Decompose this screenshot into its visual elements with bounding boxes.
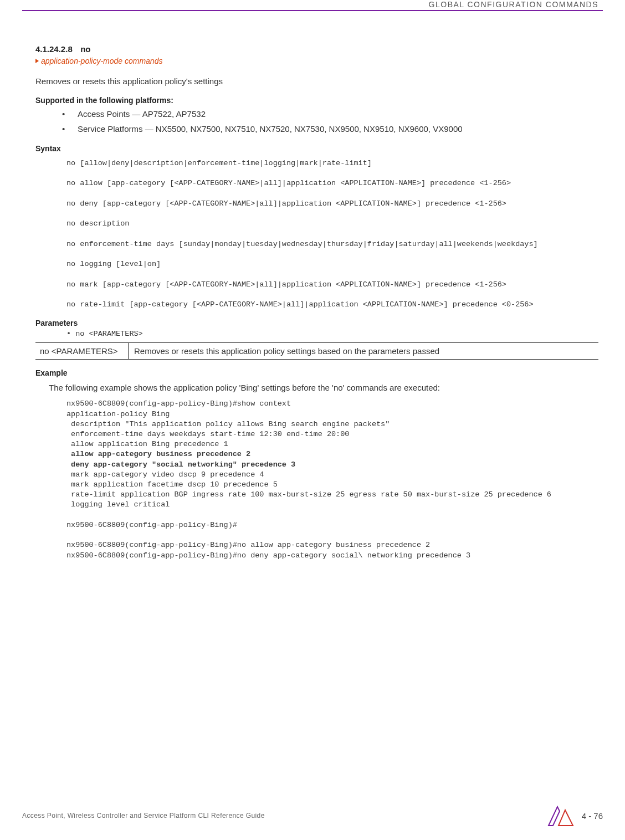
example-intro: The following example shows the applicat… bbox=[49, 382, 598, 393]
list-item-text: Access Points — AP7522, AP7532 bbox=[78, 108, 206, 121]
bullet-icon: • bbox=[62, 123, 68, 136]
section-number: 4.1.24.2.8 bbox=[35, 44, 73, 54]
parameters-heading: Parameters bbox=[35, 319, 598, 327]
param-name-cell: no <PARAMETERS> bbox=[35, 343, 129, 359]
example-heading: Example bbox=[35, 368, 598, 377]
parameters-table: no <PARAMETERS> Removes or resets this a… bbox=[35, 342, 598, 360]
list-item: • Service Platforms — NX5500, NX7500, NX… bbox=[62, 123, 598, 136]
footer-right: 4 - 76 bbox=[547, 805, 603, 827]
chevron-right-icon bbox=[35, 59, 39, 63]
section-intro: Removes or resets this application polic… bbox=[35, 75, 598, 87]
supported-heading: Supported in the following platforms: bbox=[35, 96, 598, 105]
page-number: 4 - 76 bbox=[582, 811, 603, 821]
list-item-text: Service Platforms — NX5500, NX7500, NX75… bbox=[78, 123, 463, 136]
bullet-icon: • bbox=[62, 108, 68, 121]
section-heading-row: 4.1.24.2.8 no bbox=[35, 44, 598, 54]
footer-title: Access Point, Wireless Controller and Se… bbox=[22, 812, 265, 819]
breadcrumb: application-policy-mode commands bbox=[35, 57, 598, 65]
list-item: • Access Points — AP7522, AP7532 bbox=[62, 108, 598, 121]
parameters-bullet: • no <PARAMETERS> bbox=[66, 330, 598, 338]
param-desc-cell: Removes or resets this application polic… bbox=[129, 343, 598, 359]
syntax-heading: Syntax bbox=[35, 144, 598, 153]
page-content: 4.1.24.2.8 no application-policy-mode co… bbox=[35, 44, 598, 561]
breadcrumb-label: application-policy-mode commands bbox=[41, 57, 162, 65]
page-footer: Access Point, Wireless Controller and Se… bbox=[22, 805, 603, 827]
syntax-block: no [allow|deny|description|enforcement-t… bbox=[66, 158, 598, 310]
supported-list: • Access Points — AP7522, AP7532 • Servi… bbox=[62, 108, 598, 135]
section-title: no bbox=[80, 44, 90, 54]
header-rule bbox=[22, 10, 603, 11]
running-header: GLOBAL CONFIGURATION COMMANDS bbox=[429, 0, 598, 9]
brand-logo-icon bbox=[547, 805, 574, 827]
example-block: nx9500-6C8809(config-app-policy-Bing)#sh… bbox=[66, 399, 598, 561]
